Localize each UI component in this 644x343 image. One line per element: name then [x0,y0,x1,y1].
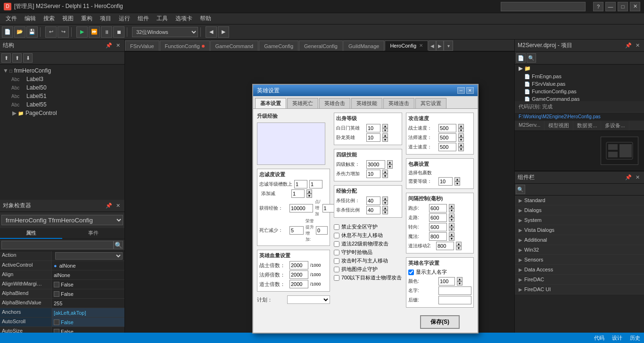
menu-refactor[interactable]: 重构 [77,14,96,24]
show-master-checkbox[interactable] [408,270,414,275]
back-btn[interactable]: ◀ [206,26,217,38]
spin-down[interactable]: ▼ [449,218,454,222]
alphablend-checkbox[interactable] [54,291,59,297]
pause-btn[interactable]: ⏸ [101,26,112,38]
status-design[interactable]: 设计 [612,335,622,342]
color-val[interactable] [438,277,455,286]
run-spin[interactable]: ▲ ▼ [449,204,454,212]
autoscroll-checkbox[interactable] [54,319,59,325]
tab-list-btn[interactable]: ▾ [444,41,453,51]
wolong-val[interactable] [366,133,380,142]
spin-down[interactable]: ▼ [382,210,388,214]
killpower-spin[interactable]: ▲ ▼ [382,170,388,178]
comp-vista-header[interactable]: ▶ Vista Dialogs [515,225,644,235]
comp-dataaccess-header[interactable]: ▶ Data Access [515,265,644,274]
tab-close-icon[interactable]: ✕ [419,43,423,48]
mage-spin[interactable]: ▲ ▼ [458,133,464,142]
comp-standard-header[interactable]: ▶ Standard [515,196,644,205]
tab-gamecommand[interactable]: GameCommand [210,41,259,51]
open-btn[interactable]: 📂 [14,26,25,38]
dialog-minimize-btn[interactable]: ─ [457,87,465,94]
tree-item-label3[interactable]: Abc Label3 [0,75,124,83]
spin-up[interactable]: ▲ [457,277,462,281]
global-search-input[interactable] [501,2,586,11]
loyalty-val2[interactable] [309,180,322,188]
save-btn[interactable]: 💾 [26,26,38,38]
new-btn[interactable]: 📄 [2,26,13,38]
maximize-button[interactable]: □ [618,2,628,11]
tab-scroll-right[interactable]: ▶ [436,41,444,51]
spin-down[interactable]: ▼ [382,201,388,205]
spin-up[interactable]: ▲ [458,124,464,128]
trigger-spin[interactable]: ▲ ▼ [387,160,393,169]
dialog-tab-skill[interactable]: 英雄技能 [351,98,382,108]
warrior-speed-val[interactable] [438,124,456,132]
spin-up[interactable]: ▲ [382,124,388,128]
pin-btn[interactable]: 📌 [105,42,113,49]
comp-win32-header[interactable]: ▶ Win32 [515,245,644,254]
chk-700-input[interactable] [334,275,339,281]
window-controls[interactable]: ? — □ ✕ [593,2,640,11]
run-val[interactable] [429,204,447,212]
run-btn[interactable]: ▶ [76,26,88,38]
spin-up[interactable]: ▲ [454,177,460,181]
pin-project-btn[interactable]: 📌 [625,42,632,49]
bairi-val[interactable] [366,124,380,132]
spin-up[interactable]: ▲ [449,232,454,237]
spin-down[interactable]: ▼ [458,128,464,132]
chk-map-input[interactable] [334,267,339,272]
redo-btn[interactable]: ↪ [58,26,69,38]
hero-name-input[interactable] [438,286,471,295]
spin-up[interactable]: ▲ [449,223,454,227]
move2-val[interactable] [436,242,454,250]
magic-val[interactable] [429,232,447,241]
comp-dialogs-header[interactable]: ▶ Dialogs [515,205,644,215]
honor-val[interactable] [316,226,328,235]
menu-tabs[interactable]: 选项卡 [172,14,196,24]
spin-down[interactable]: ▼ [382,128,388,132]
step-btn[interactable]: ⏩ [89,26,100,38]
file-fsrvvalue[interactable]: 📄 FSrvValue.pas [515,80,644,88]
forward-btn[interactable]: ▶ [218,26,229,38]
folder-root[interactable]: ▶ 📁 [515,65,644,73]
help-button[interactable]: ? [593,2,603,11]
tab-scroll-left[interactable]: ◀ [429,41,436,51]
taoist-speed-val[interactable] [438,143,456,151]
walk-spin[interactable]: ▲ ▼ [449,213,454,222]
menu-file[interactable]: 文件 [2,14,21,24]
chk-attack-input[interactable] [334,258,339,264]
hp-taoist-val[interactable] [289,280,308,288]
status-history[interactable]: 历史 [630,335,640,342]
bag-spin[interactable]: ▲ ▼ [454,177,460,186]
tab-gameconfig[interactable]: GameConfig [259,41,298,51]
alignmargin-checkbox[interactable] [54,282,59,287]
menu-edit[interactable]: 编辑 [21,14,40,24]
spin-down[interactable]: ▼ [449,227,454,231]
model-tab-2[interactable]: 数据资... [573,121,601,131]
close-structure-btn[interactable]: ✕ [114,42,122,49]
file-functionconfig[interactable]: 📄 FunctionConfig.pas [515,88,644,95]
spin-up[interactable]: ▲ [449,213,454,218]
menu-tools[interactable]: 工具 [153,14,172,24]
spin-down[interactable]: ▼ [456,246,462,250]
status-code[interactable]: 代码 [594,335,604,342]
tab-heroconfig[interactable]: HeroConfig ✕ [385,41,428,51]
dialog-tab-chain[interactable]: 英雄连击 [383,98,414,108]
tree-item-pagecontrol[interactable]: ▶ 📁 PageControl [0,109,124,117]
hp-warrior-val1[interactable] [289,261,308,270]
loyalty-spin[interactable]: ▲ ▼ [306,189,312,198]
turn-spin[interactable]: ▲ ▼ [449,223,454,231]
turn-val[interactable] [429,223,447,231]
proj-btn2[interactable]: 🔍 [527,53,536,63]
spin-up[interactable]: ▲ [382,196,388,201]
model-tab-3[interactable]: 多设备... [601,121,629,131]
suffix-input[interactable] [438,296,471,304]
bag-level-val[interactable] [438,177,453,186]
spin-down[interactable]: ▼ [458,147,464,151]
chk-safezone-input[interactable] [334,224,339,230]
nonkill-spin[interactable]: ▲ ▼ [382,206,388,214]
spin-up[interactable]: ▲ [382,170,388,174]
dialog-tab-combo[interactable]: 英雄合击 [319,98,350,108]
comp-btn1[interactable]: 🔍 [516,185,525,194]
spin-down[interactable]: ▼ [382,138,388,142]
